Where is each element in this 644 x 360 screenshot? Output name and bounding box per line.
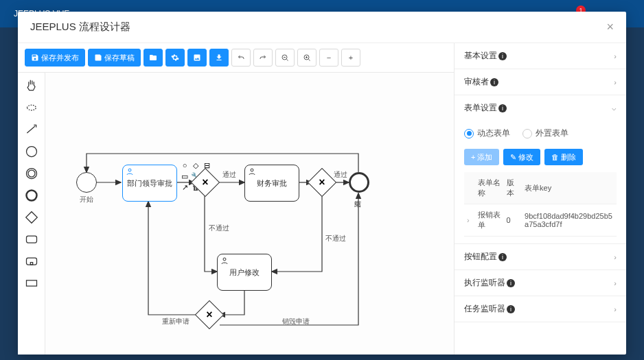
svg-rect-7 [26,236,36,243]
redo-button[interactable] [253,49,273,67]
save-draft-button[interactable]: 保存草稿 [88,49,141,67]
start-label: 开始 [80,195,93,204]
section-basic[interactable]: 基本设置i› [455,43,626,69]
edit-button[interactable]: ✎ 修改 [503,149,540,165]
chevron-right-icon: › [614,52,617,60]
undo-button[interactable] [231,49,251,67]
modal-title: JEEPLUS 流程设计器 [30,21,130,34]
form-type-radio-group: 动态表单 外置表单 [464,128,617,139]
add-button[interactable]: + 添加 [464,149,499,165]
svg-point-4 [28,170,35,177]
chevron-right-icon: › [614,279,617,287]
ctx-gateway-icon[interactable]: ◇ [191,160,200,170]
col-form-name: 表单名称 [475,172,504,204]
task-tool[interactable] [24,232,39,247]
chevron-right-icon: › [614,305,617,313]
section-reviewer[interactable]: 审核者i› [455,69,626,95]
section-button-config[interactable]: 按钮配置i› [455,244,626,270]
designer-modal: JEEPLUS 流程设计器 × 保存并发布 保存草稿 − + [18,12,626,355]
svg-rect-8 [26,258,36,265]
task-dept-approval[interactable]: 部门领导审批 [122,165,177,202]
svg-point-11 [128,169,131,171]
connect-tool[interactable] [24,122,39,137]
svg-point-2 [26,147,36,157]
svg-rect-6 [25,212,36,223]
gear-button[interactable] [165,49,185,67]
image-button[interactable] [187,49,207,67]
subprocess-tool[interactable] [24,254,39,269]
task-finance-approval[interactable]: 财务审批 [244,165,299,202]
minus-button[interactable]: − [319,49,338,67]
ctx-task-icon[interactable]: ▭ [180,171,189,181]
canvas-panel: 保存并发布 保存草稿 − + [18,43,455,355]
save-publish-button[interactable]: 保存并发布 [25,49,85,67]
delete-button[interactable]: 🗑 删除 [544,149,583,165]
edge-label-resubmit: 重新申请 [162,317,189,326]
section-exec-listener[interactable]: 执行监听器i› [455,270,626,296]
ctx-connect-icon[interactable]: ↗ [180,182,189,192]
flow-edges [45,73,454,355]
edge-label-fail2: 不通过 [325,234,346,243]
end-event[interactable] [349,172,369,193]
ctx-event-icon[interactable]: ○ [180,160,189,170]
col-form-key: 表单key [522,172,617,204]
svg-point-12 [251,169,253,171]
start-event-tool[interactable] [24,144,39,159]
radio-dynamic-form[interactable]: 动态表单 [464,128,510,139]
section-form-settings: 表单设置i⌵ 动态表单 外置表单 + 添加 ✎ 修改 🗑 删除 表 [455,95,626,244]
task-user-modify[interactable]: 用户修改 [217,254,272,291]
chevron-down-icon: ⌵ [612,104,617,112]
download-button[interactable] [209,49,229,67]
bpmn-canvas[interactable]: 开始 部门领导审批 ○◇⊟ ▭🔧 ↗🗑 × 通过 财务审批 [45,73,454,355]
intermediate-event-tool[interactable] [24,166,39,181]
toolbar: 保存并发布 保存草稿 − + [18,43,454,73]
chevron-right-icon: › [614,253,617,261]
form-table: 表单名称 版本 表单key › 报销表单 0 9bcf108dad9f4b29b… [464,172,617,237]
chevron-right-icon: › [614,78,617,86]
expand-icon[interactable]: › [464,204,475,237]
svg-point-13 [223,258,226,261]
zoom-in-button[interactable] [297,49,317,67]
properties-panel: 基本设置i› 审核者i› 表单设置i⌵ 动态表单 外置表单 + 添加 ✎ 修改 … [455,43,626,355]
folder-button[interactable] [143,49,163,67]
gateway-tool[interactable] [24,210,39,225]
modal-header: JEEPLUS 流程设计器 × [18,12,626,43]
radio-external-form[interactable]: 外置表单 [522,128,568,139]
table-row[interactable]: › 报销表单 0 9bcf108dad9f4b29bd25b5a75a3cfd7… [464,204,617,237]
start-event[interactable] [76,172,97,193]
edge-label-fail1: 不通过 [209,224,229,233]
zoom-out-button[interactable] [275,49,295,67]
hand-tool[interactable] [24,78,39,93]
close-icon[interactable]: × [606,20,614,34]
pool-tool[interactable] [24,276,39,291]
edge-label-cancel: 销毁申请 [282,317,310,326]
palette [18,73,45,355]
svg-point-5 [26,191,36,201]
edge-label-pass2: 通过 [334,170,347,180]
plus-button[interactable]: + [341,49,360,67]
svg-rect-9 [30,263,32,265]
edge-label-pass1: 通过 [222,170,236,180]
lasso-tool[interactable] [24,100,39,115]
svg-rect-10 [26,280,36,286]
end-event-tool[interactable] [24,188,39,203]
section-task-listener[interactable]: 任务监听器i› [455,296,626,322]
col-version: 版本 [504,172,522,204]
